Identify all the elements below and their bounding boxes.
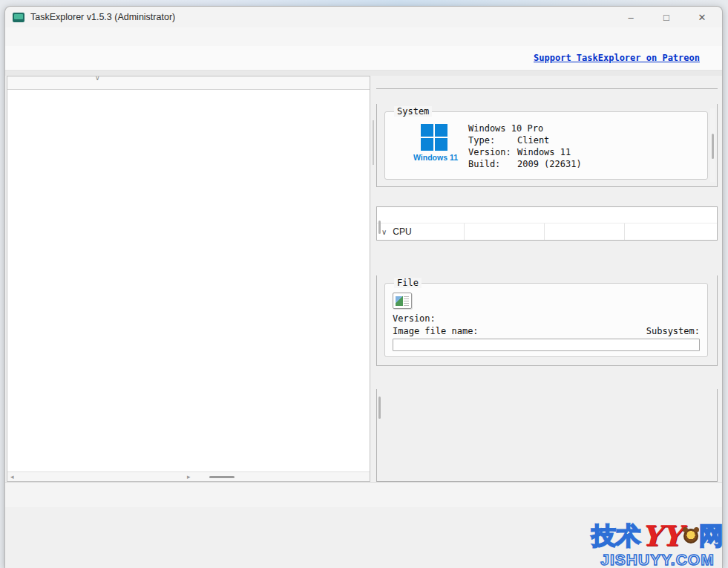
type-label: Type: (468, 134, 517, 146)
system-scrollbar[interactable] (710, 108, 715, 182)
file-icon (393, 293, 412, 309)
sort-indicator-icon[interactable]: ∨ (95, 76, 100, 82)
version-value: Windows 11 (517, 146, 571, 158)
statistics-row-cpu[interactable]: ∨CPU (377, 223, 717, 240)
version-label: Version: (393, 313, 700, 324)
window-title: TaskExplorer v1.5.3 (Administrator) (30, 12, 175, 22)
menu-bar (5, 27, 722, 46)
image-file-name-input[interactable] (393, 339, 700, 351)
pane-splitter[interactable] (370, 76, 376, 482)
system-tab-content: System Windows 11 Windows 10 Pro Type:Cl… (376, 104, 718, 187)
type-value: Client (517, 134, 549, 146)
taskexplorer-window: TaskExplorer v1.5.3 (Administrator) – □ … (4, 6, 723, 568)
title-bar[interactable]: TaskExplorer v1.5.3 (Administrator) – □ … (5, 7, 722, 27)
version-label: Version: (468, 146, 517, 158)
minimize-button[interactable]: – (626, 12, 636, 23)
app-icon (13, 13, 24, 22)
image-file-name-label: Image file name: (393, 326, 479, 336)
close-button[interactable]: ✕ (697, 12, 707, 23)
build-label: Build: (468, 158, 517, 170)
process-table-header: ∨ (7, 76, 370, 90)
file-groupbox-legend: File (394, 278, 422, 288)
subsystem-label: Subsystem: (646, 326, 700, 336)
details-scrollbar[interactable] (378, 396, 381, 419)
scroll-left-icon[interactable]: ◂ (10, 473, 14, 480)
toolbar: Support TaskExplorer on Patreon (5, 46, 722, 71)
horizontal-scrollbar[interactable]: ◂ ▸ (7, 471, 370, 481)
patreon-link[interactable]: Support TaskExplorer on Patreon (534, 53, 700, 63)
system-groupbox: System Windows 11 Windows 10 Pro Type:Cl… (384, 111, 708, 180)
general-tab-content: File Version: Image file name: Subsystem… (376, 275, 718, 366)
process-tree-pane: ∨ ◂ ▸ (7, 76, 370, 482)
details-tab-content (376, 389, 718, 482)
stats-scrollbar[interactable] (378, 221, 381, 234)
chevron-down-icon[interactable]: ∨ (381, 228, 387, 236)
file-groupbox: File Version: Image file name: Subsystem… (384, 283, 708, 357)
build-value: 2009 (22631) (517, 158, 582, 170)
scrollbar-thumb[interactable] (209, 476, 235, 478)
maximize-button[interactable]: □ (661, 12, 672, 23)
graph-panel-area (5, 71, 722, 76)
statistics-table: ∨CPU (376, 206, 718, 241)
details-pane: System Windows 11 Windows 10 Pro Type:Cl… (376, 76, 719, 482)
scroll-right-icon[interactable]: ▸ (187, 473, 191, 480)
status-bar (5, 482, 722, 507)
os-name: Windows 10 Pro (468, 123, 543, 134)
system-groupbox-legend: System (394, 106, 432, 117)
windows11-logo: Windows 11 (413, 123, 455, 170)
